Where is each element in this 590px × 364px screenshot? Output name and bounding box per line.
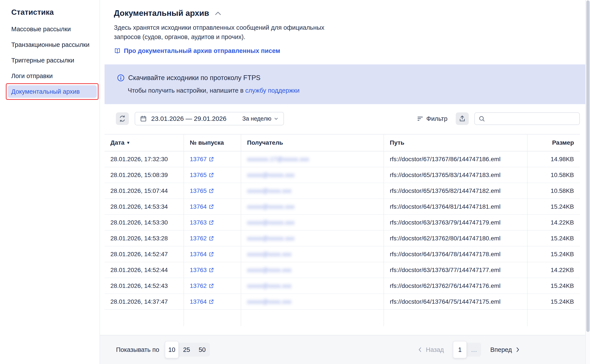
cell-recipient: xxxxx@xxxx.xxx bbox=[241, 262, 384, 278]
issue-link[interactable]: 13762 bbox=[190, 282, 214, 289]
archive-docs-link-label: Про документальный архив отправленных пи… bbox=[124, 47, 280, 54]
page-ellipsis[interactable]: … bbox=[467, 346, 481, 353]
cell-recipient: xxxxx@xxxxx.xxx bbox=[241, 199, 384, 215]
page-title: Документальный архив bbox=[114, 9, 209, 18]
book-icon bbox=[114, 48, 121, 54]
cell-size: 14.98KB bbox=[527, 151, 580, 167]
cell-size: 14.22KB bbox=[527, 262, 580, 278]
chevron-up-icon[interactable] bbox=[215, 11, 221, 15]
issue-link[interactable]: 13764 bbox=[190, 251, 214, 258]
cell-size: 15.24KB bbox=[527, 294, 580, 310]
date-range-picker[interactable]: 23.01.2026 — 29.01.2026 За неделю bbox=[135, 112, 284, 125]
issue-link[interactable]: 13762 bbox=[190, 235, 214, 242]
sidebar-item-trigger-mailings[interactable]: Триггерные рассылки bbox=[0, 52, 100, 68]
cell-date: 28.01.2026, 14:52:44 bbox=[104, 262, 184, 278]
column-header-path: Путь bbox=[384, 134, 527, 151]
banner-text: Чтобы получить настройки, напишите в слу… bbox=[128, 87, 577, 94]
filter-label: Фильтр bbox=[427, 115, 447, 122]
blurred-email: xxxxx@xxxx.xxx bbox=[247, 188, 291, 194]
cell-date: 28.01.2026, 14:53:34 bbox=[104, 199, 184, 215]
calendar-icon bbox=[140, 115, 147, 122]
issue-link[interactable]: 13763 bbox=[190, 219, 214, 226]
issue-number: 13764 bbox=[190, 203, 207, 210]
archive-docs-link[interactable]: Про документальный архив отправленных пи… bbox=[114, 47, 585, 54]
pager-forward-label: Вперед bbox=[490, 346, 512, 353]
date-range-value: 23.01.2026 — 29.01.2026 bbox=[151, 115, 227, 122]
filter-button[interactable]: Фильтр bbox=[417, 115, 447, 122]
cell-recipient: xxxxx@xxxxx.xxx bbox=[241, 167, 384, 183]
issue-link[interactable]: 13765 bbox=[190, 188, 214, 194]
per-page-option-10[interactable]: 10 bbox=[165, 341, 179, 358]
issue-number: 13762 bbox=[190, 235, 207, 242]
issue-number: 13767 bbox=[190, 156, 207, 163]
scrollbar-thumb[interactable] bbox=[586, 0, 590, 332]
cell-recipient: xxxxx@xxxx.xxx bbox=[241, 294, 384, 310]
issue-link[interactable]: 13765 bbox=[190, 172, 214, 179]
blurred-email: xxxxx@xxxx.xxx bbox=[247, 266, 291, 273]
cell-issue: 13762 bbox=[184, 278, 241, 294]
export-button[interactable] bbox=[456, 112, 469, 125]
issue-link[interactable]: 13764 bbox=[190, 203, 214, 210]
column-header-date[interactable]: Дата ▾ bbox=[104, 134, 184, 151]
sidebar-item-transactional-mailings[interactable]: Транзакционные рассылки bbox=[0, 37, 100, 52]
cell-issue: 13764 bbox=[184, 247, 241, 262]
toolbar-right: Фильтр bbox=[417, 112, 580, 125]
cell-path: rfs://docstor/62/13762/80/144747180.eml bbox=[384, 231, 527, 247]
pager: Назад 1 … Вперед bbox=[418, 343, 520, 357]
sidebar: Статистика Массовые рассылки Транзакцион… bbox=[0, 0, 100, 364]
issue-number: 13764 bbox=[190, 298, 207, 305]
empty-cell bbox=[527, 310, 580, 326]
blurred-email: xxxxx@xxxxx.xxx bbox=[247, 203, 294, 210]
filter-icon bbox=[417, 115, 423, 122]
page-number-current[interactable]: 1 bbox=[453, 341, 467, 358]
archive-table: Дата ▾ № выпуска Получатель Путь Размер … bbox=[104, 134, 580, 326]
cell-path: rfs://docstor/64/13764/81/144747181.eml bbox=[384, 199, 527, 215]
sidebar-item-mass-mailings[interactable]: Массовые рассылки bbox=[0, 21, 100, 37]
sidebar-item-sending-logs[interactable]: Логи отправки bbox=[0, 68, 100, 84]
external-link-icon bbox=[208, 283, 214, 289]
external-link-icon bbox=[208, 220, 214, 225]
blurred-email: xxxxx@xxxxx.xxx bbox=[247, 235, 294, 242]
external-link-icon bbox=[208, 251, 214, 257]
issue-number: 13763 bbox=[190, 266, 207, 273]
scrollbar-track[interactable] bbox=[585, 0, 590, 364]
cell-size: 10.58KB bbox=[527, 167, 580, 183]
per-page-option-50[interactable]: 50 bbox=[194, 346, 210, 353]
cell-recipient: xxxxx@xxxx.xxx bbox=[241, 278, 384, 294]
ftps-info-banner: Скачивайте исходники по протоколу FTPS Ч… bbox=[104, 65, 585, 104]
cell-issue: 13762 bbox=[184, 231, 241, 247]
cell-date: 28.01.2026, 14:53:28 bbox=[104, 231, 184, 247]
chevron-right-icon bbox=[515, 347, 520, 352]
issue-link[interactable]: 13767 bbox=[190, 156, 214, 163]
per-page-option-25[interactable]: 25 bbox=[179, 346, 194, 353]
support-link[interactable]: службу поддержки bbox=[245, 87, 299, 94]
cell-path: rfs://docstor/63/13763/77/144747177.eml bbox=[384, 262, 527, 278]
empty-cell bbox=[384, 310, 527, 326]
blurred-email: xxxxxxx.17@xxxxx.xxx bbox=[247, 156, 309, 163]
search-input[interactable] bbox=[488, 115, 576, 122]
issue-number: 13765 bbox=[190, 188, 207, 194]
blurred-email: xxxxx@xxxx.xxx bbox=[247, 251, 291, 258]
column-header-size: Размер bbox=[527, 134, 580, 151]
blurred-email: xxxxx@xxxx.xxx bbox=[247, 298, 291, 305]
period-select[interactable]: За неделю bbox=[242, 115, 279, 122]
pager-forward-button[interactable]: Вперед bbox=[490, 346, 520, 353]
column-header-label: Дата bbox=[110, 139, 124, 146]
refresh-button[interactable] bbox=[116, 112, 129, 125]
blurred-email: xxxxx@xxxx.xxx bbox=[247, 282, 291, 289]
cell-issue: 13765 bbox=[184, 167, 241, 183]
upload-icon bbox=[459, 115, 466, 122]
cell-path: rfs://docstor/63/13763/79/144747179.eml bbox=[384, 215, 527, 231]
cell-date: 28.01.2026, 14:37:47 bbox=[104, 294, 184, 310]
page-header: Документальный архив bbox=[114, 9, 585, 18]
search-box bbox=[474, 112, 580, 125]
issue-link[interactable]: 13764 bbox=[190, 298, 214, 305]
table-footer: Показывать по 10 25 50 Назад 1 … Вперед bbox=[100, 335, 585, 364]
cell-size: 10.58KB bbox=[527, 183, 580, 199]
cell-recipient: xxxxx@xxxxx.xxx bbox=[241, 231, 384, 247]
empty-cell bbox=[104, 310, 184, 326]
sidebar-item-document-archive[interactable]: Документальный архив bbox=[8, 85, 97, 98]
pager-back-button[interactable]: Назад bbox=[418, 346, 444, 353]
external-link-icon bbox=[208, 299, 214, 305]
issue-link[interactable]: 13763 bbox=[190, 266, 214, 273]
